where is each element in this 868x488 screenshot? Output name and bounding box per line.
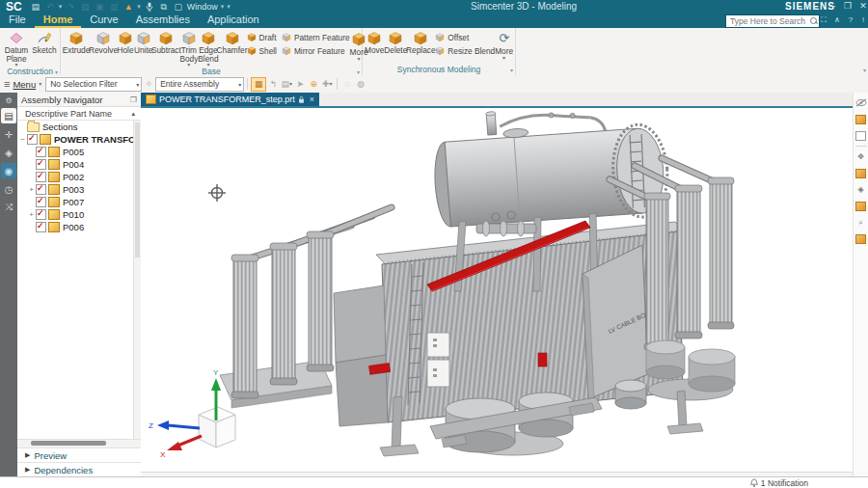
restore-button[interactable]: ❐ [841, 0, 854, 13]
window-menu[interactable]: Window [187, 2, 218, 12]
cut-icon[interactable]: ▧ [79, 2, 91, 13]
selection-filter-combo[interactable]: No Selection Filter ▾ [45, 77, 142, 92]
sync-more-button[interactable]: ⟳ More ▾ [495, 29, 513, 60]
minimize-button[interactable]: ─ [826, 0, 839, 13]
graphics-window[interactable]: LV CABLE BOX [141, 106, 853, 474]
replace-button[interactable]: Replace [407, 29, 434, 55]
tree-row-p006[interactable]: P006 [17, 221, 141, 233]
resize-blend-button[interactable]: Resize Blend [434, 44, 495, 57]
hole-button[interactable]: Hole [117, 29, 134, 55]
preview-section[interactable]: ▶ Preview [17, 447, 141, 462]
assembly-constraints-icon[interactable] [854, 167, 867, 179]
trim-body-button[interactable]: Trim Body ▾ [179, 29, 198, 67]
edit-section-icon[interactable] [854, 113, 867, 125]
unite-button[interactable]: Unite [134, 29, 152, 55]
ribbon-overflow-icon[interactable]: ▾ [863, 66, 866, 75]
snap-point-icon[interactable]: ✧ [142, 78, 155, 91]
tree-row-p007[interactable]: P007 [17, 196, 141, 208]
p003-expand-icon[interactable]: + [27, 185, 36, 194]
undo-icon[interactable]: ↶ [44, 2, 56, 13]
selection-scope-combo[interactable]: Entire Assembly ▾ [155, 77, 244, 92]
p006-checkbox[interactable] [36, 222, 46, 232]
dependencies-section[interactable]: ▶ Dependencies [17, 462, 141, 476]
add-component-icon[interactable]: ✚▾ [320, 78, 334, 91]
mirror-feature-button[interactable]: Mirror Feature [281, 44, 350, 57]
assembly-navigator-icon[interactable]: ▤ [1, 108, 16, 123]
tree-row-p010[interactable]: + P010 [17, 208, 141, 221]
alerts-icon[interactable]: ! [857, 14, 868, 26]
deselect-icon[interactable]: ➤ [293, 78, 307, 91]
dependencies-expand-icon[interactable]: ▶ [25, 466, 30, 474]
tab-curve[interactable]: Curve [81, 14, 126, 28]
previous-selection-icon[interactable]: ↰ [266, 78, 280, 91]
p007-checkbox[interactable] [36, 197, 46, 207]
sequence-icon[interactable] [854, 232, 867, 245]
revolve-button[interactable]: Revolve [90, 29, 117, 55]
chamfer-button[interactable]: Chamfer [219, 29, 246, 55]
minimize-ribbon-icon[interactable]: ∧ [831, 14, 843, 26]
window-icon[interactable]: ▢ [173, 2, 184, 13]
undock-panel-icon[interactable]: ❒ [130, 95, 137, 104]
command-finder-icon[interactable]: ▲ [122, 2, 134, 13]
qa-overflow-icon[interactable]: ▾ [227, 3, 231, 11]
part-navigator-icon[interactable]: ◈ [1, 145, 16, 160]
window-dropdown-icon[interactable]: ▾ [221, 3, 225, 11]
zoom-selection-icon[interactable]: ⊕ [307, 78, 320, 91]
subtract-button[interactable]: Subtract [152, 29, 179, 55]
move-button[interactable]: Move [365, 29, 384, 55]
base-more-dropdown-icon[interactable]: ▾ [358, 57, 361, 61]
preview-expand-icon[interactable]: ▶ [25, 451, 30, 459]
draft-button[interactable]: Draft [246, 31, 277, 43]
datum-plane-button[interactable]: Datum Plane ▾ [2, 29, 31, 67]
move-component-icon[interactable]: ✥ [854, 150, 867, 163]
pattern-feature-button[interactable]: Pattern Feature [281, 31, 350, 43]
p005-checkbox[interactable] [36, 147, 46, 157]
notification-area[interactable]: 1 Notification [750, 478, 808, 488]
highlight-selection-icon[interactable]: ▦ [251, 77, 266, 92]
help-icon[interactable]: ? [845, 14, 856, 26]
tab-assemblies[interactable]: Assemblies [127, 14, 199, 28]
tree-horizontal-scrollbar[interactable] [17, 439, 141, 447]
rotate-view-icon[interactable]: ◌ [340, 78, 354, 91]
offset-button[interactable]: Offset [434, 31, 495, 43]
extrude-button[interactable]: Extrude [63, 29, 90, 55]
command-search[interactable] [725, 14, 820, 28]
new-window-icon[interactable]: ⧉ [158, 2, 170, 13]
p002-checkbox[interactable] [36, 172, 46, 182]
editable-part-icon[interactable] [854, 129, 867, 142]
history-icon[interactable]: ◷ [1, 181, 16, 197]
hide-icon[interactable] [854, 96, 867, 109]
web-browser-icon[interactable]: ◉ [1, 163, 16, 178]
undo-dropdown-icon[interactable]: ▾ [59, 3, 63, 11]
p010-expand-icon[interactable]: + [27, 210, 36, 219]
sync-more-dropdown-icon[interactable]: ▾ [502, 56, 505, 60]
close-button[interactable]: ✕ [856, 0, 868, 13]
collapse-icon[interactable]: − [18, 135, 27, 144]
voice-command-icon[interactable] [144, 2, 155, 13]
tree-row-root[interactable]: − POWER TRANSFORMER_step [17, 133, 141, 146]
search-icon[interactable] [810, 17, 817, 25]
p003-checkbox[interactable] [36, 184, 46, 195]
tab-application[interactable]: Application [199, 14, 268, 28]
search-input[interactable] [728, 15, 810, 27]
p004-checkbox[interactable] [36, 159, 46, 170]
tree-vertical-scrollbar[interactable] [133, 121, 141, 439]
copy-icon[interactable]: ▣ [94, 2, 105, 13]
find-component-icon[interactable]: ⌕ [854, 216, 867, 229]
document-tab[interactable]: POWER TRANSFORMER_step.prt × [141, 93, 319, 106]
sketch-button[interactable]: Sketch [31, 29, 58, 55]
root-checkbox[interactable] [27, 134, 38, 145]
delete-button[interactable]: Delete [384, 29, 407, 55]
close-tab-icon[interactable]: × [310, 95, 314, 104]
tree-row-p004[interactable]: P004 [17, 158, 141, 171]
roles-icon[interactable]: ⤨ [1, 200, 16, 215]
tree-column-header[interactable]: Descriptive Part Name ▴ [17, 107, 141, 121]
constraint-navigator-icon[interactable]: ✛ [1, 126, 16, 142]
resource-settings-icon[interactable]: ⚙ [1, 95, 16, 105]
edge-blend-button[interactable]: Edge Blend ▾ [198, 29, 218, 67]
paste-icon[interactable]: ▥ [108, 2, 120, 13]
redo-icon[interactable]: ↷ [65, 2, 76, 13]
fullscreen-icon[interactable]: ⛶ [818, 14, 829, 26]
show-degrees-of-freedom-icon[interactable]: ◈ [854, 183, 867, 196]
tab-home[interactable]: Home [35, 14, 82, 28]
